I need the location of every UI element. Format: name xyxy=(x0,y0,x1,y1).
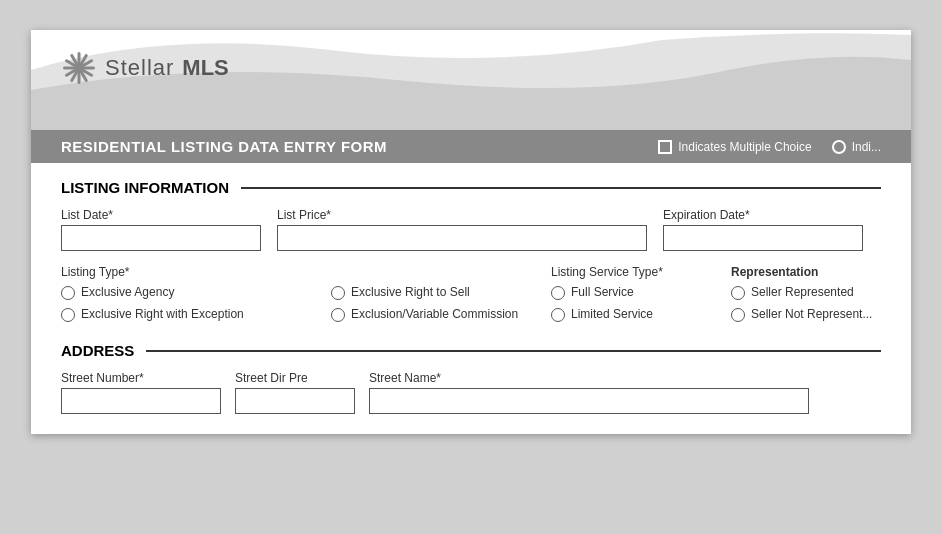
radio-full-service: Full Service xyxy=(551,285,731,301)
radio-limited-service: Limited Service xyxy=(551,307,731,323)
listing-service-type-group: Listing Service Type* Full Service Limit… xyxy=(551,265,731,328)
list-date-label: List Date* xyxy=(61,208,261,222)
listing-type-group: Listing Type* Exclusive Agency Exclusive… xyxy=(61,265,331,328)
legend-indicates-label: Indi... xyxy=(852,140,881,154)
listing-info-section-header: LISTING INFORMATION xyxy=(61,179,881,196)
representation-group: Representation Seller Represented Seller… xyxy=(731,265,881,328)
radio-groups-row: Listing Type* Exclusive Agency Exclusive… xyxy=(61,265,881,328)
radio-exclusion-variable-label: Exclusion/Variable Commission xyxy=(351,307,518,323)
legend-indicates: Indi... xyxy=(832,140,881,154)
street-dir-pre-field: Street Dir Pre xyxy=(235,371,355,414)
address-fields-row: Street Number* Street Dir Pre Street Nam… xyxy=(61,371,881,414)
listing-service-type-label: Listing Service Type* xyxy=(551,265,731,279)
street-number-input[interactable] xyxy=(61,388,221,414)
radio-seller-represented-label: Seller Represented xyxy=(751,285,854,301)
legend-circle-icon xyxy=(832,140,846,154)
radio-exclusion-variable: Exclusion/Variable Commission xyxy=(331,307,551,323)
listing-info-divider xyxy=(241,187,881,189)
listing-type-label2 xyxy=(331,265,551,279)
listing-type-group2: Exclusive Right to Sell Exclusion/Variab… xyxy=(331,265,551,328)
form-title: RESIDENTIAL LISTING DATA ENTRY FORM xyxy=(61,138,387,155)
radio-seller-represented: Seller Represented xyxy=(731,285,881,301)
exp-date-input[interactable] xyxy=(663,225,863,251)
logo-area: StellarMLS xyxy=(61,50,229,86)
header: StellarMLS xyxy=(31,30,911,130)
list-date-field: List Date* xyxy=(61,208,261,251)
street-name-field: Street Name* xyxy=(369,371,809,414)
radio-limited-service-label: Limited Service xyxy=(571,307,653,323)
logo-stellar: Stellar xyxy=(105,55,174,81)
radio-seller-represented-input[interactable] xyxy=(731,286,745,300)
radio-seller-not-represented: Seller Not Represent... xyxy=(731,307,881,323)
listing-info-title: LISTING INFORMATION xyxy=(61,179,241,196)
radio-exclusive-right-sell-input[interactable] xyxy=(331,286,345,300)
page-container: StellarMLS RESIDENTIAL LISTING DATA ENTR… xyxy=(31,30,911,434)
radio-seller-not-represented-label: Seller Not Represent... xyxy=(751,307,872,323)
content-area: LISTING INFORMATION List Date* List Pric… xyxy=(31,163,911,434)
stellar-mls-icon xyxy=(61,50,97,86)
logo-mls: MLS xyxy=(182,55,228,81)
radio-exclusive-right-sell: Exclusive Right to Sell xyxy=(331,285,551,301)
street-number-label: Street Number* xyxy=(61,371,221,385)
street-name-label: Street Name* xyxy=(369,371,809,385)
list-date-input[interactable] xyxy=(61,225,261,251)
radio-limited-service-input[interactable] xyxy=(551,308,565,322)
radio-exclusive-agency-input[interactable] xyxy=(61,286,75,300)
listing-dates-row: List Date* List Price* Expiration Date* xyxy=(61,208,881,251)
street-dir-pre-label: Street Dir Pre xyxy=(235,371,355,385)
address-section-header: ADDRESS xyxy=(61,342,881,359)
street-number-field: Street Number* xyxy=(61,371,221,414)
street-dir-pre-input[interactable] xyxy=(235,388,355,414)
radio-full-service-label: Full Service xyxy=(571,285,634,301)
listing-type-label: Listing Type* xyxy=(61,265,331,279)
radio-exclusive-agency-label: Exclusive Agency xyxy=(81,285,174,301)
title-bar: RESIDENTIAL LISTING DATA ENTRY FORM Indi… xyxy=(31,130,911,163)
radio-exclusive-right-exception-input[interactable] xyxy=(61,308,75,322)
representation-label: Representation xyxy=(731,265,881,279)
legend-multiple-choice: Indicates Multiple Choice xyxy=(658,140,811,154)
address-title: ADDRESS xyxy=(61,342,146,359)
list-price-input[interactable] xyxy=(277,225,647,251)
radio-full-service-input[interactable] xyxy=(551,286,565,300)
list-price-label: List Price* xyxy=(277,208,647,222)
radio-exclusive-right-exception-label: Exclusive Right with Exception xyxy=(81,307,244,323)
svg-point-6 xyxy=(75,64,83,72)
legend-items: Indicates Multiple Choice Indi... xyxy=(658,140,881,154)
radio-exclusion-variable-input[interactable] xyxy=(331,308,345,322)
radio-exclusive-agency: Exclusive Agency xyxy=(61,285,331,301)
radio-exclusive-right-exception: Exclusive Right with Exception xyxy=(61,307,331,323)
legend-multiple-choice-label: Indicates Multiple Choice xyxy=(678,140,811,154)
street-name-input[interactable] xyxy=(369,388,809,414)
list-price-field: List Price* xyxy=(277,208,647,251)
exp-date-label: Expiration Date* xyxy=(663,208,863,222)
radio-exclusive-right-sell-label: Exclusive Right to Sell xyxy=(351,285,470,301)
legend-square-icon xyxy=(658,140,672,154)
exp-date-field: Expiration Date* xyxy=(663,208,863,251)
radio-seller-not-represented-input[interactable] xyxy=(731,308,745,322)
address-divider xyxy=(146,350,881,352)
